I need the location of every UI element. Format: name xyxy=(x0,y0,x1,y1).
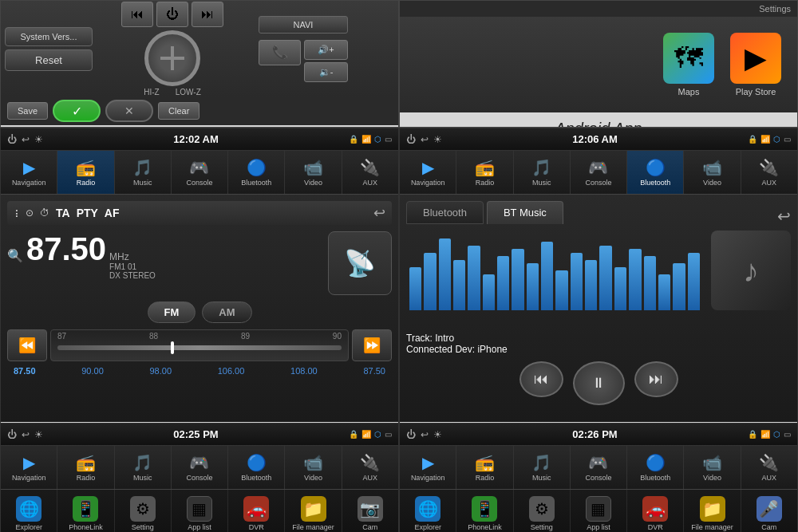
sysver-button[interactable]: System Vers... xyxy=(5,27,93,46)
phone-answer-button[interactable]: 📞 xyxy=(259,40,301,65)
bt-nav-radio[interactable]: 📻 Radio xyxy=(456,151,513,194)
bt-next-button[interactable]: ⏭ xyxy=(634,361,678,397)
bl-app-bar: 🌐 Explorer 📱 PhoneLink ⚙ Setting ▦ App l… xyxy=(1,490,398,532)
power-button[interactable]: ⏻ xyxy=(156,2,188,27)
br-nav-console[interactable]: 🎮 Console xyxy=(571,446,627,489)
bl-nav-bluetooth[interactable]: 🔵 Bluetooth xyxy=(228,446,285,489)
bl-nav-music[interactable]: 🎵 Music xyxy=(115,446,172,489)
bt-tab-btmusic[interactable]: BT Music xyxy=(487,201,563,224)
bt-nav-navigation[interactable]: ▶ Navigation xyxy=(400,151,456,194)
bl-app-cam[interactable]: 📷 Cam xyxy=(342,490,398,532)
freq-stereo: DX STEREO xyxy=(109,271,156,280)
radio-status-bar: ⏻ ↩ ☀ 12:02 AM 🔒 📶 ⬡ ▭ xyxy=(1,128,398,151)
br-setting-icon: ⚙ xyxy=(529,496,555,522)
bl-app-dvr[interactable]: 🚗 DVR xyxy=(228,490,285,532)
br-app-explorer[interactable]: 🌐 Explorer xyxy=(400,490,456,532)
nav-music[interactable]: 🎵 Music xyxy=(115,151,172,194)
eq-icon[interactable]: ⫶ xyxy=(14,207,19,219)
preset-3[interactable]: 98.00 xyxy=(149,366,172,376)
prev-track-button[interactable]: ⏮ xyxy=(121,2,153,27)
br-app-phonelink[interactable]: 📱 PhoneLink xyxy=(456,490,513,532)
br-wifi-icon: 📶 xyxy=(760,430,770,439)
bl-nav-radio[interactable]: 📻 Radio xyxy=(57,446,114,489)
preset-2[interactable]: 90.00 xyxy=(81,366,104,376)
bl-app-filemanager[interactable]: 📁 File manager xyxy=(285,490,342,532)
reset-button[interactable]: Reset xyxy=(5,49,93,71)
nav-video[interactable]: 📹 Video xyxy=(285,151,342,194)
preset-5[interactable]: 108.00 xyxy=(290,366,318,376)
clock-icon[interactable]: ⏱ xyxy=(40,207,49,219)
br-filemanager-icon: 📁 xyxy=(700,496,725,522)
back-btn[interactable]: ↩ xyxy=(373,204,385,222)
save-button[interactable]: Save xyxy=(7,102,48,120)
br-app-applist[interactable]: ▦ App list xyxy=(571,490,627,532)
back-icon: ↩ xyxy=(22,134,30,145)
vol-down-button[interactable]: 🔉- xyxy=(304,62,348,82)
br-app-filemanager[interactable]: 📁 File manager xyxy=(684,490,741,532)
br-nav-radio[interactable]: 📻 Radio xyxy=(456,446,513,489)
bt-prev-button[interactable]: ⏮ xyxy=(519,361,563,397)
bt-nav-aux[interactable]: 🔌 AUX xyxy=(741,151,797,194)
br-app-setting[interactable]: ⚙ Setting xyxy=(514,490,571,532)
bt-nav-music[interactable]: 🎵 Music xyxy=(514,151,571,194)
skip-fwd-button[interactable]: ⏩ xyxy=(352,329,392,361)
bl-wifi-icon: 📶 xyxy=(361,430,371,439)
hiz-label: HI-Z xyxy=(144,88,159,97)
br-app-dvr[interactable]: 🚗 DVR xyxy=(627,490,684,532)
check-toggle[interactable]: ✓ xyxy=(53,100,101,122)
fm-button[interactable]: FM xyxy=(148,301,196,323)
bt-back-button[interactable]: ↩ xyxy=(777,207,791,226)
bluetooth-panel: ⏻ ↩ ☀ 12:06 AM 🔒 📶 ⬡ ▭ ▶ Navigation 📻 Ra… xyxy=(399,128,798,423)
bt-nav-video[interactable]: 📹 Video xyxy=(684,151,741,194)
x-toggle[interactable]: ✕ xyxy=(105,100,153,122)
next-track-button[interactable]: ⏭ xyxy=(192,2,223,27)
skip-back-button[interactable]: ⏪ xyxy=(7,329,47,361)
bl-nav-navigation[interactable]: ▶ Navigation xyxy=(1,446,57,489)
ta-button[interactable]: TA xyxy=(56,207,70,219)
scan-icon[interactable]: ⊙ xyxy=(26,207,34,219)
br-phonelink-icon: 📱 xyxy=(472,496,497,522)
nav-aux[interactable]: 🔌 AUX xyxy=(342,151,398,194)
navi-button[interactable]: NAVI xyxy=(259,16,348,33)
nav-bluetooth[interactable]: 🔵 Bluetooth xyxy=(228,151,285,194)
preset-1[interactable]: 87.50 xyxy=(14,366,36,376)
br-nav-bluetooth[interactable]: 🔵 Bluetooth xyxy=(627,446,684,489)
bl-brightness-icon: ☀ xyxy=(34,429,43,440)
bl-nav-aux[interactable]: 🔌 AUX xyxy=(342,446,398,489)
preset-6[interactable]: 87.50 xyxy=(363,366,385,376)
bt-playpause-button[interactable]: ⏸ xyxy=(573,361,625,405)
pty-button[interactable]: PTY xyxy=(77,207,98,219)
br-btooth-icon: ⬡ xyxy=(773,430,780,439)
af-button[interactable]: AF xyxy=(105,207,120,219)
bt-tab-bluetooth[interactable]: Bluetooth xyxy=(406,201,484,224)
bl-app-applist[interactable]: ▦ App list xyxy=(172,490,228,532)
nav-console[interactable]: 🎮 Console xyxy=(172,151,228,194)
preset-4[interactable]: 106.00 xyxy=(218,366,245,376)
bl-nav-console[interactable]: 🎮 Console xyxy=(172,446,228,489)
bl-nav-video[interactable]: 📹 Video xyxy=(285,446,342,489)
bl-power-icon: ⏻ xyxy=(7,429,17,440)
nav-navigation[interactable]: ▶ Navigation xyxy=(1,151,57,194)
br-nav-music[interactable]: 🎵 Music xyxy=(514,446,571,489)
freq-unit: MHz xyxy=(109,251,156,262)
tuner-bar[interactable]: 87888990 xyxy=(50,329,349,361)
bt-nav-console[interactable]: 🎮 Console xyxy=(571,151,627,194)
bt-nav-bluetooth[interactable]: 🔵 Bluetooth xyxy=(627,151,684,194)
bl-app-setting[interactable]: ⚙ Setting xyxy=(115,490,172,532)
bt-btooth-icon: ⬡ xyxy=(773,135,780,144)
br-app-cam[interactable]: 🎤 Cam xyxy=(741,490,797,532)
nav-radio[interactable]: 📻 Radio xyxy=(57,151,114,194)
br-nav-aux[interactable]: 🔌 AUX xyxy=(741,446,797,489)
bl-app-explorer[interactable]: 🌐 Explorer xyxy=(1,490,57,532)
bt-playback-controls: ⏮ ⏸ ⏭ xyxy=(406,361,791,405)
am-button[interactable]: AM xyxy=(202,301,251,323)
bottom-right-panel: ⏻ ↩ ☀ 02:26 PM 🔒 📶 ⬡ ▭ ▶ Navigation 📻 Ra… xyxy=(399,423,798,532)
br-nav-video[interactable]: 📹 Video xyxy=(684,446,741,489)
playstore-app-item[interactable]: ▶ Play Store xyxy=(730,33,781,97)
bl-app-phonelink[interactable]: 📱 PhoneLink xyxy=(57,490,114,532)
vol-up-button[interactable]: 🔊+ xyxy=(304,40,348,60)
clear-button[interactable]: Clear xyxy=(158,102,200,120)
playstore-icon: ▶ xyxy=(730,33,781,84)
br-nav-navigation[interactable]: ▶ Navigation xyxy=(400,446,456,489)
maps-app-item[interactable]: 🗺 Maps xyxy=(663,33,714,97)
